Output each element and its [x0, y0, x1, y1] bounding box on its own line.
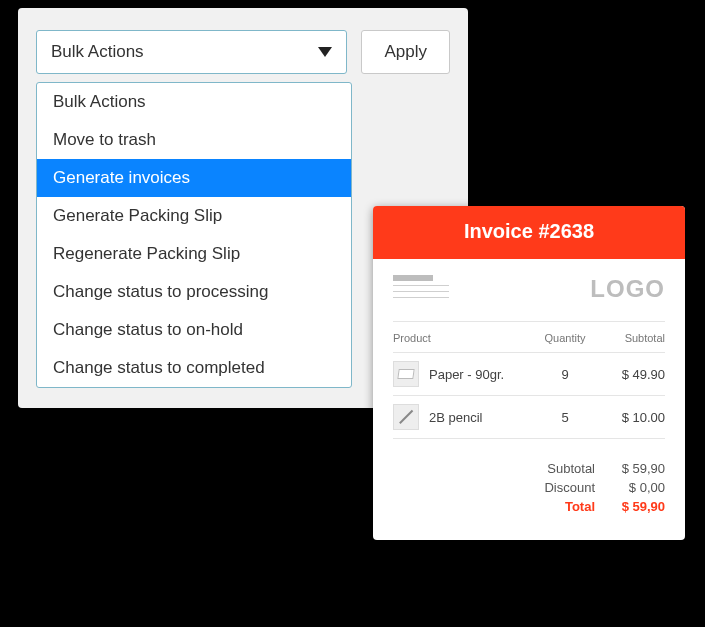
col-quantity: Quantity — [535, 332, 595, 344]
product-qty: 5 — [535, 410, 595, 425]
bulk-actions-selected-label: Bulk Actions — [51, 42, 144, 62]
subtotal-label: Subtotal — [515, 461, 595, 476]
invoice-line-item: Paper - 90gr.9$ 49.90 — [373, 353, 685, 395]
discount-value: $ 0,00 — [595, 480, 665, 495]
bulk-option[interactable]: Move to trash — [37, 121, 351, 159]
bulk-option[interactable]: Regenerate Packing Slip — [37, 235, 351, 273]
product-subtotal: $ 49.90 — [595, 367, 665, 382]
invoice-title: Invoice #2638 — [373, 206, 685, 259]
address-placeholder — [393, 275, 449, 303]
invoice-top-row: LOGO — [373, 259, 685, 321]
bulk-option[interactable]: Bulk Actions — [37, 83, 351, 121]
total-value: $ 59,90 — [595, 499, 665, 514]
discount-label: Discount — [515, 480, 595, 495]
bulk-actions-toolbar: Bulk Actions Apply — [36, 30, 450, 74]
invoice-totals: Subtotal $ 59,90 Discount $ 0,00 Total $… — [373, 439, 685, 540]
product-name: 2B pencil — [429, 410, 482, 425]
bulk-option[interactable]: Generate invoices — [37, 159, 351, 197]
pencil-icon — [393, 404, 419, 430]
logo-placeholder: LOGO — [590, 275, 665, 303]
col-product: Product — [393, 332, 535, 344]
product-name: Paper - 90gr. — [429, 367, 504, 382]
product-subtotal: $ 10.00 — [595, 410, 665, 425]
bulk-option[interactable]: Change status to processing — [37, 273, 351, 311]
bulk-actions-dropdown: Bulk ActionsMove to trashGenerate invoic… — [36, 82, 352, 388]
product-qty: 9 — [535, 367, 595, 382]
subtotal-value: $ 59,90 — [595, 461, 665, 476]
bulk-option[interactable]: Change status to on-hold — [37, 311, 351, 349]
invoice-line-item: 2B pencil5$ 10.00 — [373, 396, 685, 438]
caret-down-icon — [318, 47, 332, 57]
bulk-actions-select[interactable]: Bulk Actions — [36, 30, 347, 74]
bulk-option[interactable]: Change status to completed — [37, 349, 351, 387]
col-subtotal: Subtotal — [595, 332, 665, 344]
invoice-columns: Product Quantity Subtotal — [373, 322, 685, 352]
invoice-items: Paper - 90gr.9$ 49.902B pencil5$ 10.00 — [373, 353, 685, 438]
invoice-preview: Invoice #2638 LOGO Product Quantity Subt… — [373, 206, 685, 540]
total-label: Total — [515, 499, 595, 514]
apply-button[interactable]: Apply — [361, 30, 450, 74]
bulk-option[interactable]: Generate Packing Slip — [37, 197, 351, 235]
paper-icon — [393, 361, 419, 387]
